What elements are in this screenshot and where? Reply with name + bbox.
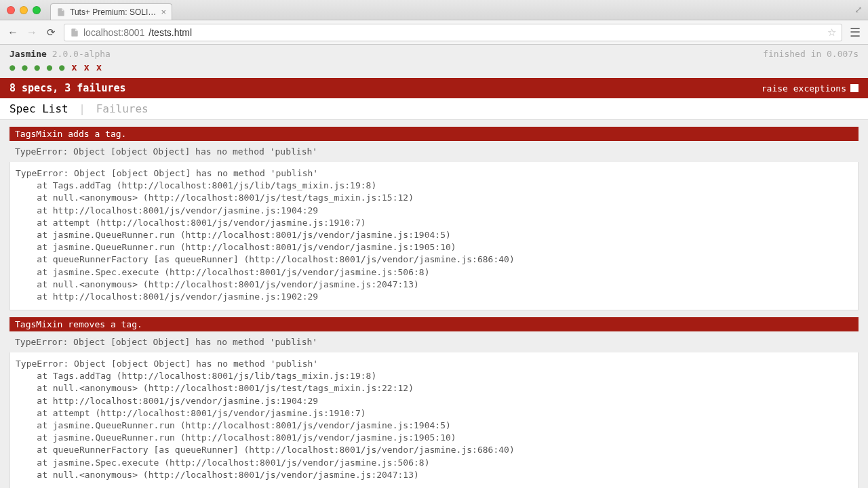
raise-exceptions-checkbox[interactable] xyxy=(850,84,859,92)
bookmark-star-icon[interactable]: ☆ xyxy=(827,26,836,39)
hamburger-menu-icon[interactable]: ☰ xyxy=(849,25,861,40)
jasmine-duration: finished in 0.007s xyxy=(763,49,859,59)
browser-tab[interactable]: Tuts+ Premium: SOLID De × xyxy=(50,3,172,20)
summary-bar: 8 specs, 3 failures raise exceptions xyxy=(0,78,868,98)
fail-x[interactable]: x xyxy=(84,62,90,73)
back-button[interactable]: ← xyxy=(7,26,19,39)
url-path: /tests.html xyxy=(149,27,192,38)
window-titlebar: Tuts+ Premium: SOLID De × ⤢ xyxy=(0,0,868,20)
address-bar[interactable]: localhost:8001/tests.html ☆ xyxy=(64,24,842,41)
window-expand-icon[interactable]: ⤢ xyxy=(854,4,863,15)
failure-block: TagsMixin adds a tag. TypeError: Object … xyxy=(9,127,859,310)
window-close-button[interactable] xyxy=(7,6,15,14)
failure-message: TypeError: Object [object Object] has no… xyxy=(9,331,859,352)
forward-button[interactable]: → xyxy=(26,26,38,39)
results-dots: ● ● ● ● ● x x x xyxy=(0,59,868,78)
fail-x[interactable]: x xyxy=(71,62,77,73)
pass-dot[interactable]: ● xyxy=(59,62,65,73)
raise-exceptions-toggle[interactable]: raise exceptions xyxy=(762,83,859,94)
reload-button[interactable]: ⟳ xyxy=(45,26,57,39)
tab-separator: | xyxy=(79,102,85,115)
result-tabs: Spec List | Failures xyxy=(0,98,868,120)
window-zoom-button[interactable] xyxy=(33,6,41,14)
tab-close-button[interactable]: × xyxy=(161,7,166,17)
pass-dot[interactable]: ● xyxy=(35,62,41,73)
fail-x[interactable]: x xyxy=(96,62,102,73)
browser-toolbar: ← → ⟳ localhost:8001/tests.html ☆ ☰ xyxy=(0,20,868,45)
jasmine-version: 2.0.0-alpha xyxy=(52,49,111,59)
pass-dot[interactable]: ● xyxy=(22,62,28,73)
tab-spec-list[interactable]: Spec List xyxy=(9,102,68,115)
jasmine-title: Jasmine xyxy=(9,49,47,59)
window-minimize-button[interactable] xyxy=(20,6,28,14)
failure-stack: TypeError: Object [object Object] has no… xyxy=(9,352,859,488)
tab-failures[interactable]: Failures xyxy=(96,102,149,115)
page-content: Jasmine 2.0.0-alpha finished in 0.007s ●… xyxy=(0,45,868,488)
failure-title[interactable]: TagsMixin adds a tag. xyxy=(9,127,859,141)
summary-text: 8 specs, 3 failures xyxy=(9,82,126,94)
failure-message: TypeError: Object [object Object] has no… xyxy=(9,141,859,162)
failure-stack: TypeError: Object [object Object] has no… xyxy=(9,162,859,310)
raise-exceptions-label: raise exceptions xyxy=(762,83,846,94)
url-host: localhost:8001 xyxy=(83,27,144,38)
pass-dot[interactable]: ● xyxy=(9,62,16,73)
tab-title: Tuts+ Premium: SOLID De xyxy=(70,7,157,17)
pass-dot[interactable]: ● xyxy=(47,62,53,73)
window-controls xyxy=(7,6,41,14)
jasmine-header: Jasmine 2.0.0-alpha finished in 0.007s xyxy=(0,45,868,59)
failure-block: TagsMixin removes a tag. TypeError: Obje… xyxy=(9,317,859,488)
page-icon xyxy=(56,7,66,17)
page-icon xyxy=(70,28,79,37)
failure-title[interactable]: TagsMixin removes a tag. xyxy=(9,317,859,331)
